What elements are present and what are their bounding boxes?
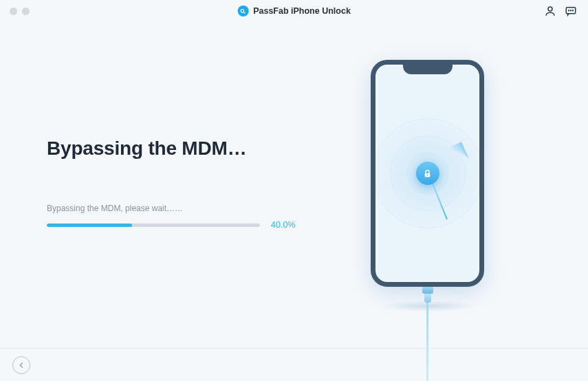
lock-icon	[416, 162, 439, 185]
main-content: Bypassing the MDM… Bypassing the MDM, pl…	[0, 22, 588, 345]
progress-percentage: 40.0%	[271, 220, 295, 230]
cable-neck	[424, 294, 431, 303]
minimize-window-button[interactable]	[22, 8, 30, 15]
close-window-button[interactable]	[10, 8, 17, 15]
account-icon[interactable]	[544, 5, 556, 17]
svg-line-1	[243, 12, 245, 13]
svg-point-8	[427, 174, 428, 175]
phone-illustration	[364, 60, 491, 307]
progress-row: 40.0%	[47, 220, 308, 230]
passfab-logo-icon	[237, 6, 248, 17]
back-button[interactable]	[12, 356, 30, 374]
phone-screen	[375, 65, 479, 282]
page-heading: Bypassing the MDM…	[47, 138, 308, 160]
svg-point-4	[569, 10, 569, 11]
progress-panel: Bypassing the MDM… Bypassing the MDM, pl…	[47, 138, 308, 230]
svg-point-6	[573, 10, 574, 11]
titlebar: PassFab iPhone Unlock	[0, 0, 588, 22]
progress-bar	[47, 224, 260, 227]
svg-point-5	[571, 10, 571, 11]
phone-frame	[371, 60, 484, 287]
window-controls	[10, 8, 30, 15]
app-title: PassFab iPhone Unlock	[253, 6, 351, 16]
footer	[0, 348, 588, 381]
status-text: Bypassing the MDM, please wait……	[47, 204, 308, 213]
radar-rings	[371, 105, 484, 242]
progress-fill	[47, 224, 132, 227]
title-center: PassFab iPhone Unlock	[237, 6, 351, 17]
illustration-panel	[308, 22, 547, 345]
svg-point-2	[548, 7, 552, 11]
title-actions	[544, 5, 577, 17]
chat-support-icon[interactable]	[565, 5, 577, 17]
cable-plug	[422, 287, 433, 294]
